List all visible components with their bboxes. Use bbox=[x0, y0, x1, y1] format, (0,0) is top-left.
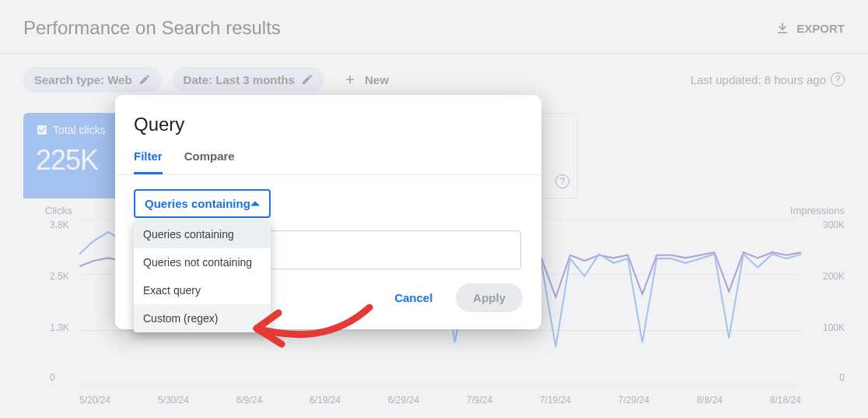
new-label: New bbox=[365, 73, 389, 86]
pencil-icon bbox=[301, 73, 313, 86]
x-tick: 6/29/24 bbox=[388, 395, 419, 406]
x-tick: 8/8/24 bbox=[697, 395, 723, 406]
filter-chip-date[interactable]: Date: Last 3 months bbox=[173, 67, 324, 93]
query-filter-modal: Query Filter Compare Queries containing … bbox=[115, 95, 541, 329]
chip-label: Date: Last 3 months bbox=[184, 73, 295, 86]
query-match-dropdown: Queries containing Queries not containin… bbox=[134, 220, 271, 332]
y-right-tick: 300K bbox=[823, 220, 845, 230]
option-exact-query[interactable]: Exact query bbox=[134, 276, 271, 304]
option-queries-containing[interactable]: Queries containing bbox=[134, 220, 271, 248]
metric-label: Total clicks bbox=[53, 124, 106, 136]
y-right-label: Impressions bbox=[790, 205, 845, 216]
x-tick: 6/19/24 bbox=[310, 395, 341, 406]
x-tick: 6/9/24 bbox=[236, 395, 262, 406]
tab-filter[interactable]: Filter bbox=[134, 149, 163, 174]
chevron-up-icon bbox=[250, 199, 260, 209]
x-tick: 7/19/24 bbox=[540, 395, 571, 406]
y-left-tick: 3.8K bbox=[50, 220, 69, 230]
query-match-select[interactable]: Queries containing bbox=[134, 189, 271, 218]
filter-chip-search-type[interactable]: Search type: Web bbox=[23, 67, 162, 93]
x-tick: 5/30/24 bbox=[158, 395, 189, 406]
y-right-tick: 200K bbox=[823, 271, 845, 282]
add-filter-button[interactable]: New bbox=[335, 66, 397, 93]
option-custom-regex[interactable]: Custom (regex) bbox=[134, 304, 271, 332]
download-icon bbox=[775, 20, 790, 36]
x-tick: 7/9/24 bbox=[467, 395, 492, 406]
y-left-tick: 2.5K bbox=[50, 271, 69, 282]
modal-tabs: Filter Compare bbox=[115, 149, 541, 175]
cancel-button[interactable]: Cancel bbox=[387, 285, 440, 311]
select-value: Queries containing bbox=[145, 197, 250, 210]
apply-button[interactable]: Apply bbox=[456, 283, 523, 312]
y-left-tick: 0 bbox=[50, 372, 55, 383]
last-updated: Last updated: 8 hours ago ? bbox=[691, 72, 845, 86]
option-queries-not-containing[interactable]: Queries not containing bbox=[134, 248, 271, 276]
y-left-tick: 1.3K bbox=[50, 322, 69, 333]
y-right-tick: 0 bbox=[839, 372, 845, 383]
help-icon[interactable]: ? bbox=[831, 72, 845, 86]
x-tick: 5/20/24 bbox=[79, 395, 110, 406]
last-updated-text: Last updated: 8 hours ago bbox=[691, 73, 826, 86]
modal-title: Query bbox=[115, 114, 541, 135]
x-tick: 8/18/24 bbox=[770, 395, 801, 406]
export-button[interactable]: EXPORT bbox=[775, 20, 845, 36]
x-tick: 7/29/24 bbox=[618, 395, 649, 406]
y-left-label: Clicks bbox=[45, 205, 72, 216]
y-right-tick: 100K bbox=[823, 322, 845, 333]
help-icon[interactable]: ? bbox=[555, 174, 569, 188]
pencil-icon bbox=[138, 73, 151, 86]
checkbox-checked-icon bbox=[36, 124, 48, 136]
export-label: EXPORT bbox=[796, 22, 845, 35]
page-title: Performance on Search results bbox=[23, 17, 281, 39]
plus-icon bbox=[343, 72, 357, 86]
chip-label: Search type: Web bbox=[34, 73, 132, 86]
tab-compare[interactable]: Compare bbox=[184, 149, 235, 174]
